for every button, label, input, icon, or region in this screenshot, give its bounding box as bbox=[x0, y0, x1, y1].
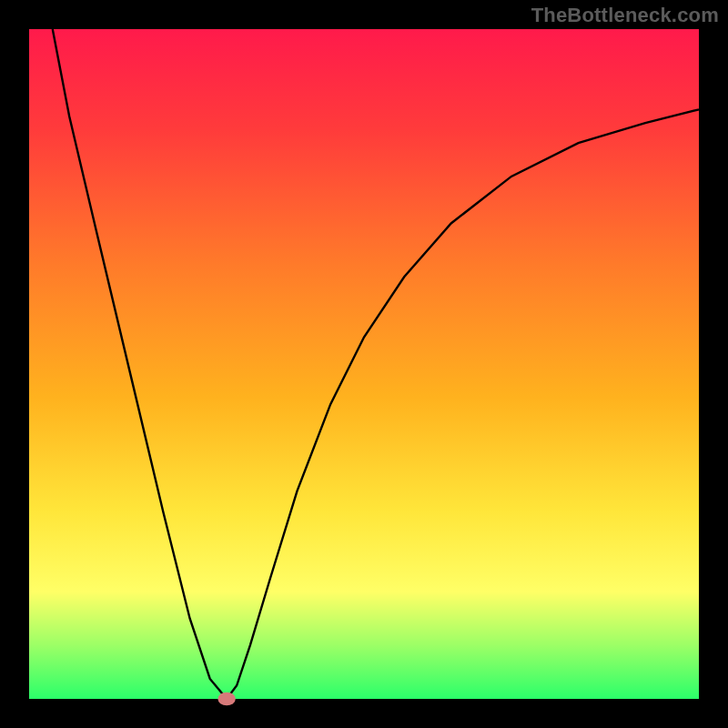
minimum-marker bbox=[217, 693, 235, 706]
bottleneck-chart bbox=[0, 0, 728, 728]
watermark-label: TheBottleneck.com bbox=[531, 4, 719, 27]
plot-gradient-background bbox=[29, 29, 699, 699]
chart-frame: TheBottleneck.com bbox=[0, 0, 728, 728]
